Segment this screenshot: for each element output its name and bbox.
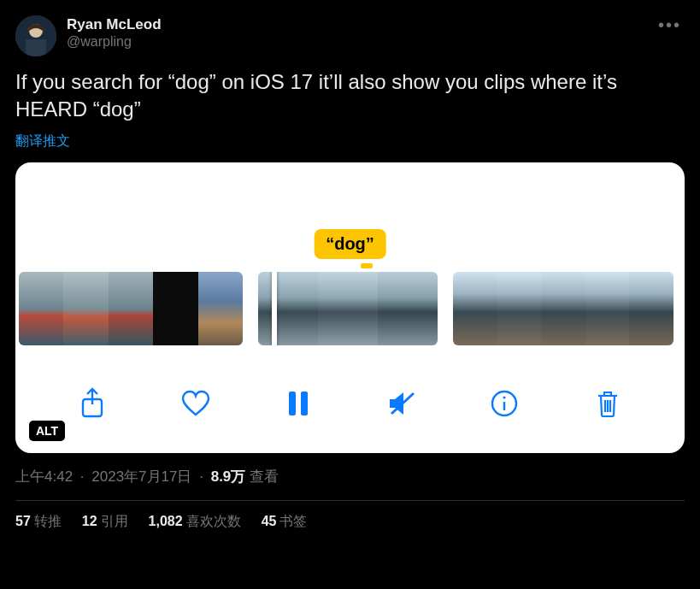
clip-frame [198, 272, 243, 345]
handle: @warpling [67, 33, 655, 50]
divider [15, 500, 685, 501]
tweet-text: If you search for “dog” on iOS 17 it’ll … [15, 68, 685, 124]
translate-link[interactable]: 翻译推文 [15, 133, 685, 150]
clip-group[interactable] [19, 272, 243, 345]
pause-icon[interactable] [281, 386, 315, 421]
media-toolbar [15, 378, 685, 429]
heart-icon[interactable] [179, 386, 213, 421]
clip-frame [109, 272, 153, 345]
clip-frame [585, 272, 630, 345]
clip-frame [453, 272, 497, 345]
meta-time: 上午4:42 [15, 468, 73, 485]
tweet-meta[interactable]: 上午4:42 · 2023年7月17日 · 8.9万 查看 [15, 467, 685, 486]
clip-frame [258, 272, 318, 345]
clip-group[interactable] [258, 272, 438, 345]
clip-frame [19, 272, 63, 345]
avatar[interactable] [15, 15, 56, 56]
info-icon[interactable] [487, 386, 521, 421]
alt-badge[interactable]: ALT [29, 421, 65, 441]
clip-frame [63, 272, 108, 345]
svg-rect-4 [289, 392, 296, 415]
stat-bookmarks[interactable]: 45书签 [262, 513, 308, 531]
clip-frame [497, 272, 542, 345]
media-card[interactable]: “dog” [15, 162, 685, 453]
display-name: Ryan McLeod [67, 15, 655, 33]
trash-icon[interactable] [591, 386, 625, 421]
views-label: 查看 [250, 468, 279, 485]
svg-rect-5 [301, 392, 308, 415]
svg-point-8 [503, 396, 506, 398]
share-icon[interactable] [75, 386, 109, 421]
tweet: Ryan McLeod @warpling ••• If you search … [0, 0, 700, 531]
more-icon[interactable]: ••• [655, 15, 685, 35]
bubble-tick [361, 263, 373, 268]
clip-strip [15, 272, 685, 345]
clip-group[interactable] [453, 272, 674, 345]
clip-frame [629, 272, 674, 345]
svg-rect-2 [26, 39, 46, 56]
views-count: 8.9万 [211, 468, 246, 485]
clip-frame [378, 272, 438, 345]
tweet-stats: 57转推 12引用 1,082喜欢次数 45书签 [15, 513, 685, 531]
clip-frame [318, 272, 378, 345]
stat-quotes[interactable]: 12引用 [82, 513, 128, 531]
clip-frame [153, 272, 197, 345]
playhead[interactable] [272, 272, 277, 345]
mute-icon[interactable] [385, 386, 419, 421]
author-names[interactable]: Ryan McLeod @warpling [67, 15, 655, 50]
stat-retweets[interactable]: 57转推 [15, 513, 62, 531]
search-bubble: “dog” [314, 229, 386, 259]
meta-date: 2023年7月17日 [91, 468, 191, 485]
tweet-header: Ryan McLeod @warpling ••• [15, 15, 685, 56]
clip-frame [541, 272, 585, 345]
stat-likes[interactable]: 1,082喜欢次数 [149, 513, 241, 531]
